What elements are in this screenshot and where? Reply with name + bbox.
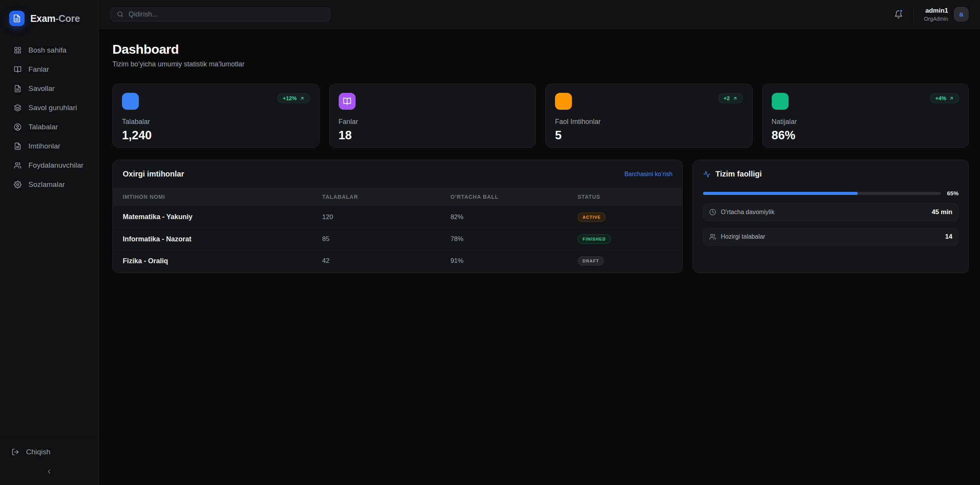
sidebar-item-savol-guruhlari[interactable]: Savol guruhlari [0,98,98,117]
stat-label: Natijalar [772,118,960,126]
recent-exams-title: Oxirgi imtihonlar [123,170,184,178]
collapse-sidebar-button[interactable] [46,468,53,475]
avatar-letter: a [959,10,963,18]
exam-average: 78% [450,235,577,243]
activity-stat-label: O’rtacha davomiylik [721,209,774,216]
exam-students: 42 [322,257,450,265]
stat-card-talabalar: +12% Talabalar 1,240 [112,84,320,148]
activity-stat-value: 14 [945,233,952,241]
sidebar-item-savollar[interactable]: Savollar [0,79,98,98]
stat-value: 18 [339,129,527,142]
sidebar-item-talabalar[interactable]: Talabalar [0,117,98,137]
trend-badge: +4% [930,93,959,103]
sidebar-item-sozlamalar[interactable]: Sozlamalar [0,175,98,194]
status-badge: FINISHED [578,234,611,244]
activity-stat-row-current-students: Hozirgi talabalar 14 [703,228,959,246]
avatar[interactable]: a [954,7,968,21]
recent-exams-header: Oxirgi imtihonlar Barchasini ko’rish [113,160,682,188]
subjects-stat-icon [339,93,356,110]
stat-value: 5 [555,129,743,142]
status-badge: DRAFT [578,256,604,266]
users-icon [14,162,21,169]
table-row[interactable]: Matematika - Yakuniy 120 82% ACTIVE [113,206,682,228]
recent-exams-panel: Oxirgi imtihonlar Barchasini ko’rish IMT… [112,160,683,273]
exam-name: Matematika - Yakuniy [123,213,322,221]
logout-button[interactable]: Chiqish [0,443,98,461]
logout-label: Chiqish [26,448,50,456]
column-header-exam-name: IMTIHON NOMI [123,194,322,200]
active-exams-stat-icon [555,93,572,110]
stat-card-faol-imtihonlar: +2 Faol Imtihonlar 5 [545,84,753,148]
trend-badge: +2 [718,93,743,103]
sidebar-item-fanlar[interactable]: Fanlar [0,60,98,79]
exam-name: Informatika - Nazorat [123,235,322,243]
sidebar-item-label: Savol guruhlari [28,104,77,112]
activity-pulse-icon [703,170,711,178]
search-box[interactable] [110,7,331,21]
view-all-link[interactable]: Barchasini ko’rish [624,171,672,178]
stat-label: Faol Imtihonlar [555,118,743,126]
sidebar-item-imtihonlar[interactable]: Imtihonlar [0,137,98,156]
sidebar-collapse-row [0,461,98,485]
search-input[interactable] [128,10,324,18]
stat-value: 86% [772,129,960,142]
sidebar-item-label: Fanlar [28,65,49,74]
page-title: Dashboard [112,42,969,57]
column-header-average-score: O’RTACHA BALL [450,194,577,200]
layout-grid-icon [14,46,21,54]
stat-label: Talabalar [122,118,310,126]
trend-value: +12% [283,95,296,101]
arrow-up-right-icon [733,96,738,101]
sidebar-item-label: Bosh sahifa [28,46,66,54]
users-icon [709,233,716,240]
bottom-grid: Oxirgi imtihonlar Barchasini ko’rish IMT… [112,160,969,273]
sidebar-item-label: Savollar [28,84,55,93]
page-subtitle: Tizim bo’yicha umumiy statistik ma’lumot… [112,60,969,68]
exams-table-header: IMTIHON NOMI TALABALAR O’RTACHA BALL STA… [113,188,682,206]
table-row[interactable]: Fizika - Oraliq 42 91% DRAFT [113,250,682,272]
column-header-status: STATUS [578,194,673,200]
main-area: admin1 OrgAdmin a Dashboard Tizim bo’yic… [99,0,980,485]
students-stat-icon [122,93,139,110]
exam-name: Fizika - Oraliq [123,257,322,265]
activity-progress-row: 65% [703,190,959,196]
trend-value: +2 [724,95,730,101]
file-text-icon [14,85,21,92]
stat-value: 1,240 [122,129,310,142]
layers-icon [14,104,21,112]
trend-badge: +12% [277,93,310,103]
notification-dot [899,9,903,13]
status-badge: ACTIVE [578,213,606,222]
system-activity-panel: Tizim faolligi 65% O’rtacha davomiylik 4… [693,160,969,273]
brand: Exam-Core [0,0,98,26]
sidebar-nav: Bosh sahifa Fanlar Savollar Savol guruhl… [0,41,98,194]
circle-user-icon [14,123,21,131]
app-root: Exam-Core Bosh sahifa Fanlar Savollar Sa… [0,0,980,485]
stat-card-natijalar: +4% Natijalar 86% [762,84,969,148]
arrow-up-right-icon [949,96,954,101]
user-name: admin1 [924,7,948,15]
topbar-right: admin1 OrgAdmin a [894,7,968,22]
file-text-icon [13,14,21,23]
progress-percent-label: 65% [947,190,959,196]
notifications-button[interactable] [894,10,903,19]
clock-icon [709,209,716,216]
progress-bar [703,192,941,195]
sidebar-footer: Chiqish [0,437,98,485]
sidebar-item-foydalanuvchilar[interactable]: Foydalanuvchilar [0,156,98,175]
stat-card-fanlar: Fanlar 18 [329,84,536,148]
progress-fill [703,192,858,195]
activity-stat-value: 45 min [932,208,952,216]
book-open-icon [343,97,351,106]
sidebar-item-label: Sozlamalar [28,180,65,189]
sidebar-item-label: Foydalanuvchilar [28,161,84,170]
exam-average: 82% [450,213,577,221]
sidebar: Exam-Core Bosh sahifa Fanlar Savollar Sa… [0,0,99,485]
table-row[interactable]: Informatika - Nazorat 85 78% FINISHED [113,228,682,250]
file-text-icon [14,142,21,150]
sidebar-item-bosh-sahifa[interactable]: Bosh sahifa [0,41,98,60]
arrow-up-right-icon [300,96,305,101]
column-header-students: TALABALAR [322,194,450,200]
system-activity-title: Tizim faolligi [715,170,762,178]
activity-stat-row-duration: O’rtacha davomiylik 45 min [703,203,959,221]
